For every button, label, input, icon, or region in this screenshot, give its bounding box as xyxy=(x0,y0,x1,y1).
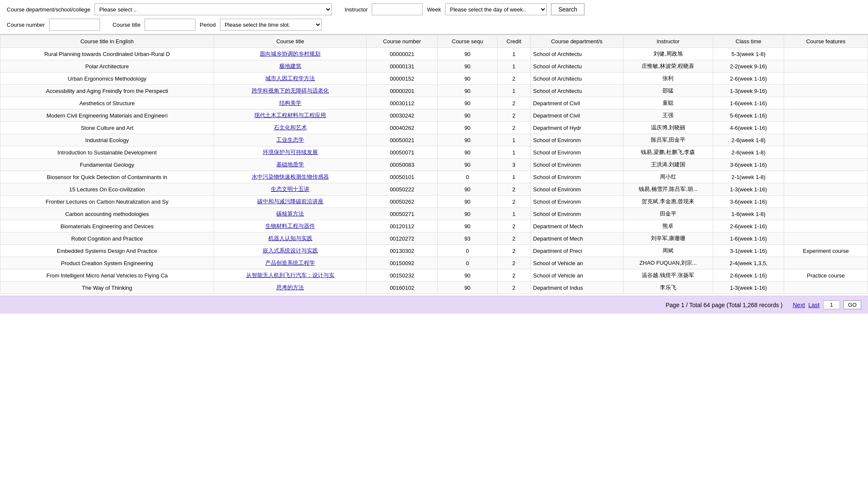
course-title-link[interactable]: 产品创造系统工程学 xyxy=(265,260,315,266)
course-title-link[interactable]: 面向城乡协调的乡村规划 xyxy=(260,50,320,57)
table-cell[interactable]: 水中污染物快速检测生物传感器 xyxy=(214,171,367,183)
table-cell[interactable]: 生物材料工程与器件 xyxy=(214,220,367,232)
table-cell[interactable]: 从智能无人机到飞行汽车：设计与实 xyxy=(214,269,367,282)
table-cell: 00030112 xyxy=(367,97,437,109)
table-cell: 1-6(week 1-8) xyxy=(713,208,784,220)
course-title-link[interactable]: 碳中和与减污降碳前沿讲座 xyxy=(257,198,323,204)
table-cell: Department of Mech xyxy=(530,232,623,245)
table-cell[interactable]: 工业生态学 xyxy=(214,134,367,146)
table-cell: 4-6(week 1-16) xyxy=(713,122,784,134)
table-cell[interactable]: 跨学科视角下的无障碍与适老化 xyxy=(214,85,367,97)
table-cell: 00120272 xyxy=(367,232,437,245)
course-title-link[interactable]: 碳核算方法 xyxy=(276,210,304,217)
coursetitle-input[interactable] xyxy=(145,19,195,31)
table-cell[interactable]: 基础地质学 xyxy=(214,159,367,171)
table-row: Stone Culture and Art石文化和艺术00040262902De… xyxy=(0,122,868,134)
table-cell xyxy=(784,208,868,220)
course-title-link[interactable]: 工业生态学 xyxy=(276,137,304,143)
table-cell[interactable]: 机器人认知与实践 xyxy=(214,232,367,245)
table-cell[interactable]: 石文化和艺术 xyxy=(214,122,367,134)
table-row: Fundamental Geology基础地质学00050083903Schoo… xyxy=(0,159,868,171)
filter-row-2: Course number Course title Period Please… xyxy=(0,17,868,34)
table-cell[interactable]: 生态文明十五讲 xyxy=(214,183,367,196)
course-title-link[interactable]: 生物材料工程与器件 xyxy=(265,223,315,229)
table-cell: 1 xyxy=(498,60,531,73)
course-title-link[interactable]: 基础地质学 xyxy=(276,161,304,168)
table-cell: 2 xyxy=(498,282,531,294)
table-cell: Urban Ergonomics Methodology xyxy=(0,73,214,85)
table-cell: School of Vehicle an xyxy=(530,257,623,269)
table-row: Polar Architecture极地建筑00000131901School … xyxy=(0,60,868,73)
filters-container: Course department/school/college Please … xyxy=(0,0,868,35)
table-cell[interactable]: 环境保护与可持续发展 xyxy=(214,146,367,159)
table-cell[interactable]: 碳核算方法 xyxy=(214,208,367,220)
table-cell: Department of Indus xyxy=(530,282,623,294)
table-cell: 1-6(week 1-16) xyxy=(713,97,784,109)
table-cell[interactable]: 现代土木工程材料与工程应用 xyxy=(214,109,367,122)
week-select[interactable]: Please select the day of week.. xyxy=(445,3,547,15)
table-cell: Department of Preci xyxy=(530,245,623,257)
table-cell: 1-3(week 1-16) xyxy=(713,183,784,196)
search-button[interactable]: Search xyxy=(551,3,584,15)
table-cell[interactable]: 面向城乡协调的乡村规划 xyxy=(214,48,367,60)
table-cell: 00130302 xyxy=(367,245,437,257)
table-cell[interactable]: 思考的方法 xyxy=(214,282,367,294)
course-title-link[interactable]: 城市人因工程学方法 xyxy=(265,75,315,81)
table-cell: 00050083 xyxy=(367,159,437,171)
course-title-link[interactable]: 嵌入式系统设计与实践 xyxy=(263,247,318,254)
table-cell: Stone Culture and Art xyxy=(0,122,214,134)
table-cell: 钱易,楠雪芹,陈吕军,胡... xyxy=(623,183,713,196)
period-label: Period xyxy=(200,22,216,28)
instructor-label: Instructor xyxy=(345,6,367,13)
next-link[interactable]: Next xyxy=(793,302,805,308)
table-cell xyxy=(784,134,868,146)
period-select[interactable]: Please select the time slot. xyxy=(220,19,322,31)
dept-select[interactable]: Please select .. xyxy=(95,3,332,15)
course-title-link[interactable]: 极地建筑 xyxy=(279,63,301,69)
course-title-link[interactable]: 思考的方法 xyxy=(276,284,304,291)
table-cell[interactable]: 嵌入式系统设计与实践 xyxy=(214,245,367,257)
page-number-input[interactable] xyxy=(823,300,840,309)
course-title-link[interactable]: 结构美学 xyxy=(279,100,301,106)
table-cell: 2-1(week 1-8) xyxy=(713,171,784,183)
table-cell[interactable]: 城市人因工程学方法 xyxy=(214,73,367,85)
table-cell: 2-6(week 1-16) xyxy=(713,269,784,282)
header-features: Course features xyxy=(784,35,868,48)
header-title-en: Course title in English xyxy=(0,35,214,48)
table-row: Urban Ergonomics Methodology城市人因工程学方法000… xyxy=(0,73,868,85)
table-cell: Robot Cognition and Practice xyxy=(0,232,214,245)
table-cell: 00050222 xyxy=(367,183,437,196)
last-link[interactable]: Last xyxy=(808,302,819,308)
instructor-input[interactable] xyxy=(372,3,423,15)
table-cell: 93 xyxy=(437,232,497,245)
course-title-link[interactable]: 机器人认知与实践 xyxy=(268,235,312,241)
table-cell: 90 xyxy=(437,183,497,196)
course-title-link[interactable]: 环境保护与可持续发展 xyxy=(263,149,318,155)
table-cell: 周小红 xyxy=(623,171,713,183)
number-input[interactable] xyxy=(49,19,100,31)
table-cell[interactable]: 碳中和与减污降碳前沿讲座 xyxy=(214,196,367,208)
table-cell xyxy=(784,232,868,245)
table-cell: School of Environm xyxy=(530,134,623,146)
table-cell: School of Architectu xyxy=(530,85,623,97)
table-cell: Introduction to Sustainable Development xyxy=(0,146,214,159)
table-cell[interactable]: 产品创造系统工程学 xyxy=(214,257,367,269)
table-row: Modern Civil Engineering Materials and E… xyxy=(0,109,868,122)
course-title-link[interactable]: 石文化和艺术 xyxy=(274,124,307,131)
course-title-link[interactable]: 从智能无人机到飞行汽车：设计与实 xyxy=(246,272,334,278)
course-title-link[interactable]: 跨学科视角下的无障碍与适老化 xyxy=(252,87,329,94)
table-cell: 00050271 xyxy=(367,208,437,220)
table-cell: 王强 xyxy=(623,109,713,122)
table-cell[interactable]: 结构美学 xyxy=(214,97,367,109)
table-cell[interactable]: 极地建筑 xyxy=(214,60,367,73)
go-button[interactable]: GO xyxy=(843,300,861,309)
table-cell: 90 xyxy=(437,159,497,171)
table-cell: 2-6(week 1-16) xyxy=(713,73,784,85)
table-cell: 3 xyxy=(498,159,531,171)
course-title-link[interactable]: 水中污染物快速检测生物传感器 xyxy=(252,174,329,180)
table-cell: Rural Planning towards Coordinated Urban… xyxy=(0,48,214,60)
page-info: Page 1 / Total 64 page (Total 1,268 reco… xyxy=(665,302,782,308)
course-title-link[interactable]: 生态文明十五讲 xyxy=(271,186,309,192)
table-cell: Frontier Lectures on Carbon Neutralizati… xyxy=(0,196,214,208)
course-title-link[interactable]: 现代土木工程材料与工程应用 xyxy=(254,112,326,118)
